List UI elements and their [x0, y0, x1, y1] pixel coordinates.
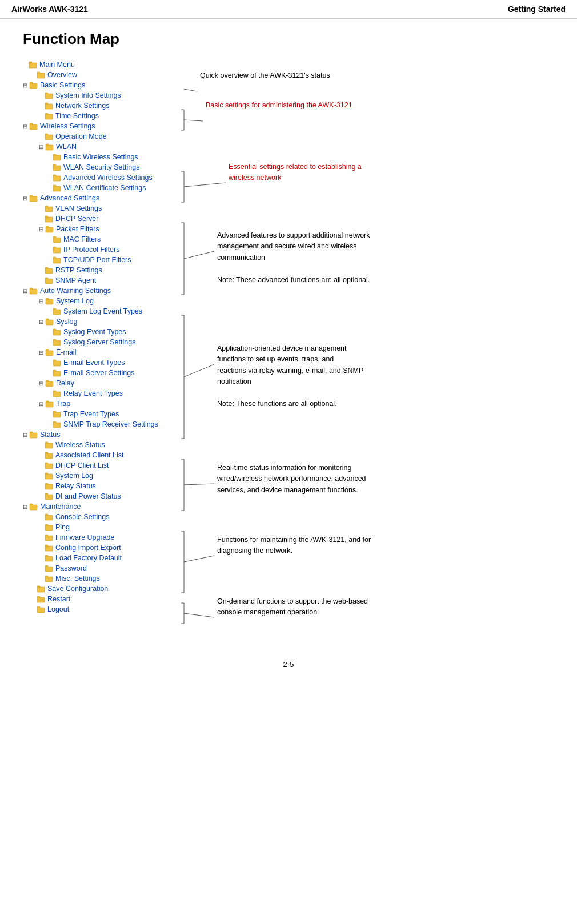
- tree-label-wlan[interactable]: WLAN: [56, 143, 77, 151]
- tree-item-logout[interactable]: Logout: [23, 604, 183, 614]
- tree-label-logout[interactable]: Logout: [47, 605, 69, 613]
- tree-item-system-log-events[interactable]: System Log Event Types: [23, 306, 183, 316]
- tree-item-di-power[interactable]: DI and Power Status: [23, 491, 183, 501]
- tree-item-basic-settings[interactable]: ⊟Basic Settings: [23, 80, 183, 90]
- expand-minus-icon[interactable]: ⊟: [39, 144, 45, 150]
- tree-label-trap[interactable]: Trap: [56, 400, 70, 408]
- tree-label-email-events[interactable]: E-mail Event Types: [63, 359, 125, 367]
- tree-item-wlan-security[interactable]: WLAN Security Settings: [23, 162, 183, 172]
- tree-label-snmp-agent[interactable]: SNMP Agent: [55, 276, 96, 284]
- tree-item-system-info[interactable]: System Info Settings: [23, 90, 183, 101]
- tree-item-rstp[interactable]: RSTP Settings: [23, 265, 183, 275]
- tree-item-main-menu[interactable]: Main Menu: [23, 59, 183, 70]
- tree-item-firmware[interactable]: Firmware Upgrade: [23, 532, 183, 543]
- tree-item-status[interactable]: ⊟Status: [23, 429, 183, 440]
- tree-label-time-settings[interactable]: Time Settings: [55, 112, 99, 120]
- expand-minus-icon[interactable]: ⊟: [39, 401, 45, 407]
- tree-item-relay[interactable]: ⊟Relay: [23, 378, 183, 388]
- tree-label-email-server[interactable]: E-mail Server Settings: [63, 369, 134, 377]
- tree-label-status[interactable]: Status: [40, 431, 60, 439]
- tree-item-overview[interactable]: Overview: [23, 70, 183, 80]
- tree-label-save-config[interactable]: Save Configuration: [47, 585, 108, 593]
- tree-item-wlan[interactable]: ⊟WLAN: [23, 142, 183, 152]
- tree-item-email-events[interactable]: E-mail Event Types: [23, 357, 183, 368]
- tree-label-relay-status[interactable]: Relay Status: [55, 482, 96, 490]
- tree-item-trap[interactable]: ⊟Trap: [23, 399, 183, 409]
- tree-item-advanced-wireless[interactable]: Advanced Wireless Settings: [23, 172, 183, 183]
- tree-item-console[interactable]: Console Settings: [23, 512, 183, 522]
- tree-item-relay-events[interactable]: Relay Event Types: [23, 388, 183, 399]
- tree-label-advanced-settings[interactable]: Advanced Settings: [40, 194, 99, 202]
- tree-label-dhcp-server[interactable]: DHCP Server: [55, 215, 98, 223]
- tree-item-basic-wireless[interactable]: Basic Wireless Settings: [23, 152, 183, 162]
- tree-item-maintenance[interactable]: ⊟Maintenance: [23, 501, 183, 512]
- expand-minus-icon[interactable]: ⊟: [23, 432, 29, 438]
- tree-label-advanced-wireless[interactable]: Advanced Wireless Settings: [63, 174, 153, 182]
- expand-minus-icon[interactable]: ⊟: [39, 319, 45, 325]
- tree-label-firmware[interactable]: Firmware Upgrade: [55, 533, 115, 541]
- tree-label-basic-wireless[interactable]: Basic Wireless Settings: [63, 153, 138, 161]
- expand-minus-icon[interactable]: ⊟: [23, 82, 29, 89]
- tree-item-network-settings[interactable]: Network Settings: [23, 101, 183, 111]
- expand-minus-icon[interactable]: ⊟: [23, 504, 29, 510]
- tree-label-trap-events[interactable]: Trap Event Types: [63, 410, 119, 418]
- tree-label-assoc-client[interactable]: Associated Client List: [55, 451, 124, 459]
- tree-label-console[interactable]: Console Settings: [55, 513, 110, 521]
- tree-label-main-menu[interactable]: Main Menu: [39, 61, 75, 69]
- tree-label-syslog-server[interactable]: Syslog Server Settings: [63, 338, 135, 346]
- expand-minus-icon[interactable]: ⊟: [23, 195, 29, 202]
- tree-item-system-log[interactable]: ⊟System Log: [23, 296, 183, 306]
- tree-label-syslog-events[interactable]: Syslog Event Types: [63, 328, 126, 336]
- tree-label-tcpudp[interactable]: TCP/UDP Port Filters: [63, 256, 131, 264]
- tree-label-wlan-cert[interactable]: WLAN Certificate Settings: [63, 184, 146, 192]
- tree-label-ip-protocol[interactable]: IP Protocol Filters: [63, 246, 119, 254]
- tree-item-advanced-settings[interactable]: ⊟Advanced Settings: [23, 193, 183, 203]
- tree-label-email[interactable]: E-mail: [56, 348, 76, 356]
- tree-label-restart[interactable]: Restart: [47, 595, 70, 603]
- tree-item-password[interactable]: Password: [23, 563, 183, 573]
- expand-minus-icon[interactable]: ⊟: [23, 288, 29, 294]
- tree-label-syslog[interactable]: Syslog: [56, 318, 78, 326]
- tree-item-mac-filters[interactable]: MAC Filters: [23, 234, 183, 244]
- tree-label-vlan-settings[interactable]: VLAN Settings: [55, 204, 102, 212]
- tree-item-snmp-agent[interactable]: SNMP Agent: [23, 275, 183, 286]
- tree-item-syslog-server[interactable]: Syslog Server Settings: [23, 337, 183, 347]
- expand-minus-icon[interactable]: ⊟: [39, 226, 45, 232]
- tree-label-packet-filters[interactable]: Packet Filters: [56, 225, 99, 233]
- tree-item-time-settings[interactable]: Time Settings: [23, 111, 183, 121]
- tree-label-operation-mode[interactable]: Operation Mode: [55, 132, 107, 140]
- tree-label-password[interactable]: Password: [55, 564, 87, 572]
- tree-label-snmp-trap[interactable]: SNMP Trap Receiver Settings: [63, 420, 158, 428]
- tree-label-system-info[interactable]: System Info Settings: [55, 91, 121, 99]
- tree-item-status-syslog[interactable]: System Log: [23, 471, 183, 481]
- tree-item-load-factory[interactable]: Load Factory Default: [23, 553, 183, 563]
- tree-item-config-import[interactable]: Config Import Export: [23, 543, 183, 553]
- tree-item-snmp-trap[interactable]: SNMP Trap Receiver Settings: [23, 419, 183, 429]
- tree-label-mac-filters[interactable]: MAC Filters: [63, 235, 101, 243]
- expand-minus-icon[interactable]: ⊟: [39, 380, 45, 387]
- tree-item-packet-filters[interactable]: ⊟Packet Filters: [23, 224, 183, 234]
- tree-item-email-server[interactable]: E-mail Server Settings: [23, 368, 183, 378]
- tree-item-wireless-status[interactable]: Wireless Status: [23, 440, 183, 450]
- tree-item-syslog[interactable]: ⊟Syslog: [23, 316, 183, 327]
- tree-label-basic-settings[interactable]: Basic Settings: [40, 81, 85, 89]
- tree-label-ping[interactable]: Ping: [55, 523, 70, 531]
- tree-label-wireless-settings[interactable]: Wireless Settings: [40, 122, 95, 130]
- tree-label-relay[interactable]: Relay: [56, 379, 74, 387]
- tree-label-config-import[interactable]: Config Import Export: [55, 544, 121, 552]
- tree-item-tcpudp[interactable]: TCP/UDP Port Filters: [23, 255, 183, 265]
- tree-label-status-syslog[interactable]: System Log: [55, 472, 93, 480]
- tree-label-relay-events[interactable]: Relay Event Types: [63, 389, 123, 397]
- tree-item-relay-status[interactable]: Relay Status: [23, 481, 183, 491]
- tree-item-wireless-settings[interactable]: ⊟Wireless Settings: [23, 121, 183, 131]
- tree-label-maintenance[interactable]: Maintenance: [40, 503, 81, 511]
- tree-label-network-settings[interactable]: Network Settings: [55, 102, 109, 110]
- tree-item-ping[interactable]: Ping: [23, 522, 183, 532]
- tree-item-dhcp-client[interactable]: DHCP Client List: [23, 460, 183, 471]
- tree-item-trap-events[interactable]: Trap Event Types: [23, 409, 183, 419]
- tree-label-misc[interactable]: Misc. Settings: [55, 575, 100, 582]
- tree-label-rstp[interactable]: RSTP Settings: [55, 266, 102, 274]
- tree-item-assoc-client[interactable]: Associated Client List: [23, 450, 183, 460]
- tree-label-auto-warning[interactable]: Auto Warning Settings: [40, 287, 111, 295]
- tree-item-dhcp-server[interactable]: DHCP Server: [23, 214, 183, 224]
